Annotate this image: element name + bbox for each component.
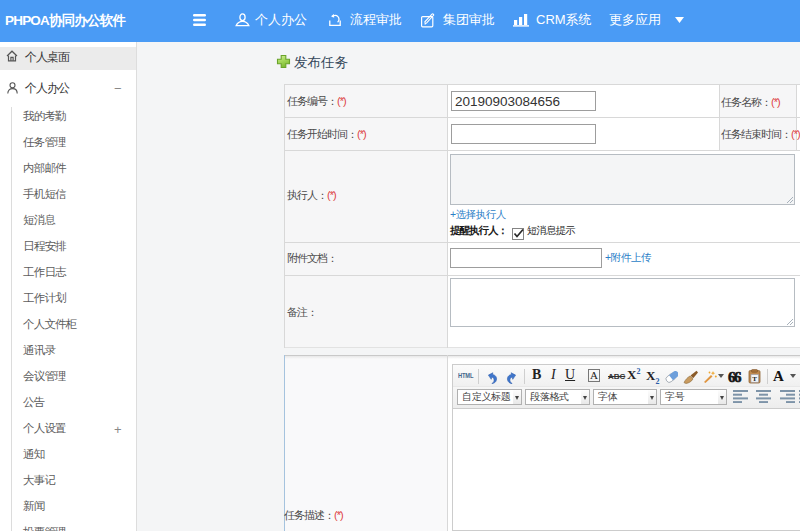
svg-text:T: T xyxy=(752,375,757,383)
